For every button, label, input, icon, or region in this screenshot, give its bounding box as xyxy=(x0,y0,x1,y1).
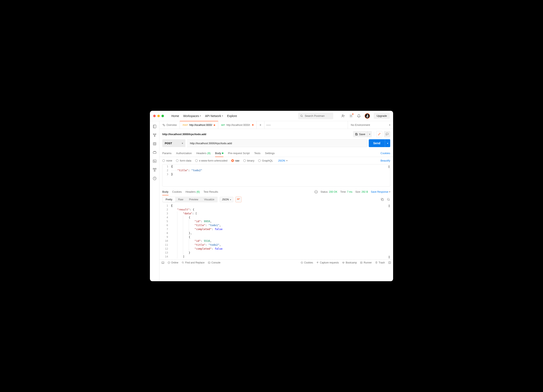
history-icon[interactable] xyxy=(153,176,157,180)
nav-api-network[interactable]: API Network▾ xyxy=(205,114,223,118)
response-tabs: Body Cookies Headers (6) Test Results St… xyxy=(159,188,393,195)
settings-icon[interactable] xyxy=(349,114,353,118)
nav-explore[interactable]: Explore xyxy=(227,114,237,118)
body-type-binary[interactable]: binary xyxy=(243,159,254,162)
footer-runner[interactable]: Runner xyxy=(360,261,372,264)
send-button[interactable]: Send ▾ xyxy=(369,139,390,147)
mock-servers-icon[interactable] xyxy=(153,150,157,155)
response-format-selector[interactable]: JSON▾ xyxy=(220,197,233,202)
resp-tab-body[interactable]: Body xyxy=(162,188,169,195)
chevron-down-icon: ▾ xyxy=(200,115,201,117)
beautify-link[interactable]: Beautify xyxy=(380,159,390,162)
footer-trash[interactable]: Trash xyxy=(375,261,385,264)
subtab-settings[interactable]: Settings xyxy=(265,150,275,157)
wrap-lines-button[interactable] xyxy=(235,197,242,202)
svg-point-15 xyxy=(163,124,164,125)
response-view-row: Pretty Raw Preview Visualize JSON▾ xyxy=(159,195,393,204)
user-avatar[interactable] xyxy=(365,113,370,119)
scrollbar-thumb[interactable] xyxy=(389,256,390,258)
top-nav: Home Workspaces▾ API Network▾ Explore xyxy=(171,114,237,118)
subtab-authorization[interactable]: Authorization xyxy=(176,150,192,157)
subtab-tests[interactable]: Tests xyxy=(254,150,260,157)
body-format-selector[interactable]: JSON▾ xyxy=(278,159,287,162)
edit-icon-button[interactable] xyxy=(376,131,382,137)
main-panel: Overview POST http://localhost:3000/ GET… xyxy=(159,121,393,281)
request-subtabs: Params Authorization Headers (8) Body Pr… xyxy=(159,150,393,157)
cookies-link[interactable]: Cookies xyxy=(380,152,390,155)
environments-icon[interactable] xyxy=(153,142,157,146)
view-visualize[interactable]: Visualize xyxy=(201,197,217,202)
play-icon xyxy=(360,261,362,264)
body-row: Overview POST http://localhost:3000/ GET… xyxy=(150,121,393,281)
view-preview[interactable]: Preview xyxy=(186,197,201,202)
environment-selector[interactable]: No Environment ▾ xyxy=(348,121,393,129)
scrollbar-thumb[interactable] xyxy=(389,204,390,207)
save-icon xyxy=(355,133,358,135)
request-body-editor[interactable]: 1{ 2····"title": "todo2" 3} xyxy=(162,164,390,186)
app-window: Home Workspaces▾ API Network▾ Explore Se… xyxy=(150,111,393,281)
footer-console[interactable]: Console xyxy=(208,261,221,264)
footer-panel-toggle[interactable] xyxy=(161,261,164,264)
search-input[interactable]: Search Postman xyxy=(298,113,333,119)
footer-bootcamp[interactable]: Bootcamp xyxy=(342,261,357,264)
apis-icon[interactable] xyxy=(153,133,157,137)
notifications-icon[interactable] xyxy=(357,114,361,118)
body-type-none[interactable]: none xyxy=(162,159,172,162)
new-tab-button[interactable]: + xyxy=(257,121,265,129)
tab-overflow-button[interactable]: ○○○ xyxy=(265,121,272,129)
send-dropdown[interactable]: ▾ xyxy=(385,139,390,147)
tab-request-2[interactable]: GET http://localhost:3000/t xyxy=(218,121,257,129)
monitors-icon[interactable] xyxy=(153,159,157,163)
window-controls xyxy=(153,115,164,117)
resp-tab-headers[interactable]: Headers (6) xyxy=(186,188,200,195)
overview-icon xyxy=(162,123,165,126)
upgrade-button[interactable]: Upgrade xyxy=(374,113,390,119)
save-dropdown[interactable]: ▾ xyxy=(367,131,372,137)
footer-capture[interactable]: Capture requests xyxy=(316,261,339,264)
method-selector[interactable]: POST ▾ xyxy=(162,139,185,147)
nav-workspaces[interactable]: Workspaces▾ xyxy=(183,114,201,118)
comment-icon-button[interactable] xyxy=(384,131,390,137)
scrollbar-thumb[interactable] xyxy=(388,165,390,168)
save-response-button[interactable]: Save Response▾ xyxy=(371,190,390,193)
body-type-urlencoded[interactable]: x-www-form-urlencoded xyxy=(195,159,227,162)
body-type-formdata[interactable]: form-data xyxy=(176,159,191,162)
comment-icon xyxy=(386,133,389,135)
antenna-icon xyxy=(316,261,319,264)
resp-tab-cookies[interactable]: Cookies xyxy=(172,188,182,195)
response-body-viewer[interactable]: 1{ 2 "result": { 3 "data": [ 4 { 5 "id":… xyxy=(162,204,390,259)
url-input[interactable]: http://localhost:3000/trpc/todo.add xyxy=(187,139,367,147)
copy-icon[interactable] xyxy=(381,198,384,201)
nav-home[interactable]: Home xyxy=(171,114,179,118)
footer-find-replace[interactable]: Find and Replace xyxy=(182,261,205,264)
footer-cookies[interactable]: Cookies xyxy=(301,261,313,264)
resp-tab-tests[interactable]: Test Results xyxy=(204,188,218,195)
collections-icon[interactable] xyxy=(153,124,157,129)
maximize-window-button[interactable] xyxy=(161,115,164,117)
svg-point-18 xyxy=(387,198,389,200)
minimize-window-button[interactable] xyxy=(157,115,160,117)
view-raw[interactable]: Raw xyxy=(175,197,186,202)
svg-rect-26 xyxy=(361,262,362,263)
send-label: Send xyxy=(369,141,385,145)
body-type-graphql[interactable]: GraphQL xyxy=(258,159,273,162)
tab-overview[interactable]: Overview xyxy=(159,121,180,129)
tab-request-1[interactable]: POST http://localhost:3000/ xyxy=(180,121,218,129)
network-icon[interactable] xyxy=(314,190,318,194)
search-icon[interactable] xyxy=(387,198,390,201)
flows-icon[interactable] xyxy=(153,168,157,172)
svg-point-25 xyxy=(302,263,302,263)
search-icon xyxy=(300,114,303,118)
footer-online[interactable]: Online xyxy=(168,261,178,264)
subtab-params[interactable]: Params xyxy=(162,150,172,157)
subtab-headers[interactable]: Headers (8) xyxy=(196,150,211,157)
svg-rect-13 xyxy=(154,170,155,171)
subtab-body[interactable]: Body xyxy=(215,150,224,157)
invite-icon[interactable] xyxy=(341,114,345,118)
subtab-prerequest[interactable]: Pre-request Script xyxy=(228,150,250,157)
body-type-raw[interactable]: raw xyxy=(231,159,239,162)
close-window-button[interactable] xyxy=(153,115,156,117)
footer-layout-toggle[interactable] xyxy=(388,261,391,264)
view-pretty[interactable]: Pretty xyxy=(163,197,175,202)
save-button[interactable]: Save ▾ xyxy=(353,131,372,137)
